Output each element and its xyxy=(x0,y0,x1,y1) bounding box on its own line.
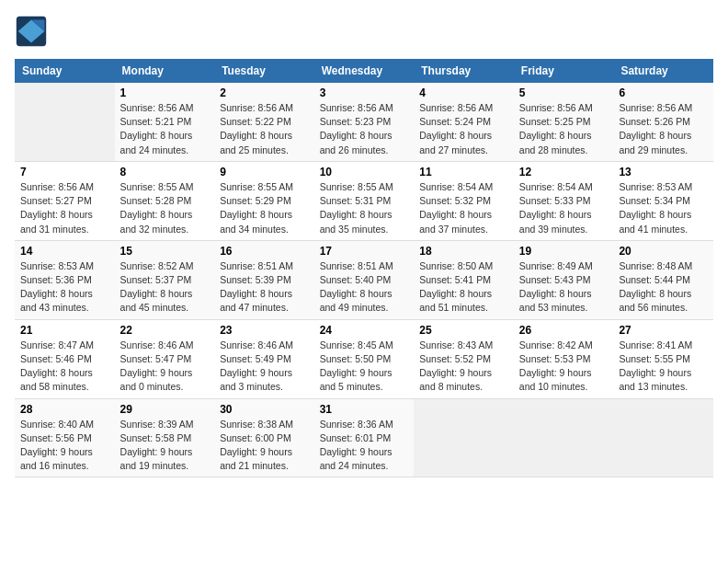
day-info: Sunrise: 8:55 AM Sunset: 5:31 PM Dayligh… xyxy=(320,180,409,236)
day-number: 25 xyxy=(419,324,508,337)
day-number: 5 xyxy=(519,86,609,99)
day-number: 16 xyxy=(220,245,309,258)
day-info: Sunrise: 8:42 AM Sunset: 5:53 PM Dayligh… xyxy=(519,339,609,395)
day-number: 10 xyxy=(320,166,409,178)
calendar-cell: 5Sunrise: 8:56 AM Sunset: 5:25 PM Daylig… xyxy=(514,83,614,161)
day-number: 6 xyxy=(619,86,708,99)
day-info: Sunrise: 8:47 AM Sunset: 5:46 PM Dayligh… xyxy=(20,339,109,395)
day-info: Sunrise: 8:52 AM Sunset: 5:37 PM Dayligh… xyxy=(120,259,210,316)
week-row-1: 1Sunrise: 8:56 AM Sunset: 5:21 PM Daylig… xyxy=(15,83,713,161)
day-number: 11 xyxy=(419,166,508,178)
day-info: Sunrise: 8:56 AM Sunset: 5:23 PM Dayligh… xyxy=(320,101,409,157)
col-header-wednesday: Wednesday xyxy=(314,59,415,83)
logo xyxy=(15,15,51,48)
day-info: Sunrise: 8:56 AM Sunset: 5:26 PM Dayligh… xyxy=(619,101,708,157)
day-info: Sunrise: 8:51 AM Sunset: 5:39 PM Dayligh… xyxy=(220,259,309,316)
calendar-cell: 24Sunrise: 8:45 AM Sunset: 5:50 PM Dayli… xyxy=(314,319,415,398)
header-row: SundayMondayTuesdayWednesdayThursdayFrid… xyxy=(15,59,713,83)
day-number: 13 xyxy=(619,166,708,178)
week-row-4: 21Sunrise: 8:47 AM Sunset: 5:46 PM Dayli… xyxy=(15,319,713,398)
day-info: Sunrise: 8:56 AM Sunset: 5:25 PM Dayligh… xyxy=(519,101,609,157)
col-header-friday: Friday xyxy=(514,59,614,83)
calendar-cell xyxy=(613,398,713,477)
calendar-cell: 14Sunrise: 8:53 AM Sunset: 5:36 PM Dayli… xyxy=(15,240,115,319)
day-info: Sunrise: 8:56 AM Sunset: 5:22 PM Dayligh… xyxy=(220,101,309,157)
calendar-cell: 18Sunrise: 8:50 AM Sunset: 5:41 PM Dayli… xyxy=(414,240,514,319)
week-row-2: 7Sunrise: 8:56 AM Sunset: 5:27 PM Daylig… xyxy=(15,161,713,240)
calendar-cell: 26Sunrise: 8:42 AM Sunset: 5:53 PM Dayli… xyxy=(514,319,614,398)
calendar-cell: 1Sunrise: 8:56 AM Sunset: 5:21 PM Daylig… xyxy=(115,83,215,161)
calendar-cell: 23Sunrise: 8:46 AM Sunset: 5:49 PM Dayli… xyxy=(214,319,314,398)
day-info: Sunrise: 8:39 AM Sunset: 5:58 PM Dayligh… xyxy=(120,418,210,474)
day-number: 29 xyxy=(120,403,210,416)
calendar-cell: 9Sunrise: 8:55 AM Sunset: 5:29 PM Daylig… xyxy=(214,161,314,240)
calendar-cell: 2Sunrise: 8:56 AM Sunset: 5:22 PM Daylig… xyxy=(214,83,314,161)
day-number: 27 xyxy=(619,324,708,337)
day-number: 15 xyxy=(120,245,210,258)
day-number: 3 xyxy=(320,86,409,99)
day-info: Sunrise: 8:53 AM Sunset: 5:34 PM Dayligh… xyxy=(619,180,708,236)
calendar-header: SundayMondayTuesdayWednesdayThursdayFrid… xyxy=(15,59,713,83)
day-number: 26 xyxy=(519,324,609,337)
day-info: Sunrise: 8:55 AM Sunset: 5:29 PM Dayligh… xyxy=(220,180,309,236)
calendar-cell: 6Sunrise: 8:56 AM Sunset: 5:26 PM Daylig… xyxy=(613,83,713,161)
calendar-cell: 4Sunrise: 8:56 AM Sunset: 5:24 PM Daylig… xyxy=(414,83,514,161)
calendar-cell: 27Sunrise: 8:41 AM Sunset: 5:55 PM Dayli… xyxy=(613,319,713,398)
day-info: Sunrise: 8:54 AM Sunset: 5:33 PM Dayligh… xyxy=(519,180,609,236)
day-number: 23 xyxy=(220,324,309,337)
day-number: 14 xyxy=(20,245,109,258)
day-number: 2 xyxy=(220,86,309,99)
day-info: Sunrise: 8:54 AM Sunset: 5:32 PM Dayligh… xyxy=(419,180,508,236)
day-info: Sunrise: 8:41 AM Sunset: 5:55 PM Dayligh… xyxy=(619,339,708,395)
day-number: 24 xyxy=(320,324,409,337)
day-number: 12 xyxy=(519,166,609,178)
day-info: Sunrise: 8:48 AM Sunset: 5:44 PM Dayligh… xyxy=(619,259,708,316)
day-info: Sunrise: 8:50 AM Sunset: 5:41 PM Dayligh… xyxy=(419,259,508,316)
calendar-cell: 19Sunrise: 8:49 AM Sunset: 5:43 PM Dayli… xyxy=(514,240,614,319)
week-row-3: 14Sunrise: 8:53 AM Sunset: 5:36 PM Dayli… xyxy=(15,240,713,319)
calendar-cell: 29Sunrise: 8:39 AM Sunset: 5:58 PM Dayli… xyxy=(115,398,215,477)
calendar-cell: 25Sunrise: 8:43 AM Sunset: 5:52 PM Dayli… xyxy=(414,319,514,398)
day-info: Sunrise: 8:40 AM Sunset: 5:56 PM Dayligh… xyxy=(20,418,109,474)
day-number: 8 xyxy=(120,166,210,178)
calendar-cell: 20Sunrise: 8:48 AM Sunset: 5:44 PM Dayli… xyxy=(613,240,713,319)
calendar-cell: 3Sunrise: 8:56 AM Sunset: 5:23 PM Daylig… xyxy=(314,83,415,161)
day-number: 28 xyxy=(20,403,109,416)
calendar-cell: 10Sunrise: 8:55 AM Sunset: 5:31 PM Dayli… xyxy=(314,161,415,240)
day-info: Sunrise: 8:46 AM Sunset: 5:49 PM Dayligh… xyxy=(220,339,309,395)
calendar-cell: 8Sunrise: 8:55 AM Sunset: 5:28 PM Daylig… xyxy=(115,161,215,240)
calendar-cell: 15Sunrise: 8:52 AM Sunset: 5:37 PM Dayli… xyxy=(115,240,215,319)
calendar-cell: 21Sunrise: 8:47 AM Sunset: 5:46 PM Dayli… xyxy=(15,319,115,398)
day-number: 18 xyxy=(419,245,508,258)
day-number: 17 xyxy=(320,245,409,258)
calendar-cell: 11Sunrise: 8:54 AM Sunset: 5:32 PM Dayli… xyxy=(414,161,514,240)
day-number: 19 xyxy=(519,245,609,258)
calendar-cell xyxy=(514,398,614,477)
day-info: Sunrise: 8:36 AM Sunset: 6:01 PM Dayligh… xyxy=(320,418,409,474)
col-header-sunday: Sunday xyxy=(15,59,115,83)
calendar-cell: 17Sunrise: 8:51 AM Sunset: 5:40 PM Dayli… xyxy=(314,240,415,319)
calendar-cell: 13Sunrise: 8:53 AM Sunset: 5:34 PM Dayli… xyxy=(613,161,713,240)
day-number: 9 xyxy=(220,166,309,178)
page-header xyxy=(15,15,713,48)
day-info: Sunrise: 8:56 AM Sunset: 5:27 PM Dayligh… xyxy=(20,180,109,236)
calendar-cell xyxy=(414,398,514,477)
calendar-cell: 16Sunrise: 8:51 AM Sunset: 5:39 PM Dayli… xyxy=(214,240,314,319)
calendar-cell: 12Sunrise: 8:54 AM Sunset: 5:33 PM Dayli… xyxy=(514,161,614,240)
day-info: Sunrise: 8:56 AM Sunset: 5:21 PM Dayligh… xyxy=(120,101,210,157)
calendar-table: SundayMondayTuesdayWednesdayThursdayFrid… xyxy=(15,59,713,477)
day-info: Sunrise: 8:43 AM Sunset: 5:52 PM Dayligh… xyxy=(419,339,508,395)
day-number: 30 xyxy=(220,403,309,416)
day-info: Sunrise: 8:53 AM Sunset: 5:36 PM Dayligh… xyxy=(20,259,109,316)
calendar-cell: 30Sunrise: 8:38 AM Sunset: 6:00 PM Dayli… xyxy=(214,398,314,477)
col-header-saturday: Saturday xyxy=(613,59,713,83)
day-number: 4 xyxy=(419,86,508,99)
calendar-cell: 22Sunrise: 8:46 AM Sunset: 5:47 PM Dayli… xyxy=(115,319,215,398)
week-row-5: 28Sunrise: 8:40 AM Sunset: 5:56 PM Dayli… xyxy=(15,398,713,477)
day-info: Sunrise: 8:38 AM Sunset: 6:00 PM Dayligh… xyxy=(220,418,309,474)
calendar-cell xyxy=(15,83,115,161)
col-header-tuesday: Tuesday xyxy=(214,59,314,83)
col-header-thursday: Thursday xyxy=(414,59,514,83)
col-header-monday: Monday xyxy=(115,59,215,83)
day-info: Sunrise: 8:46 AM Sunset: 5:47 PM Dayligh… xyxy=(120,339,210,395)
